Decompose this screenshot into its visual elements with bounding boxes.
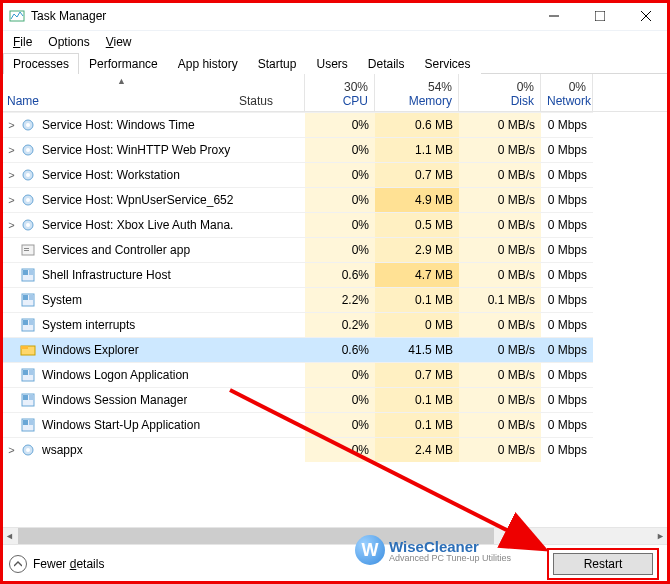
process-row[interactable]: >Service Host: WinHTTP Web Proxy ...0%1.… [1,137,669,162]
sys-icon [20,367,36,383]
svg-point-39 [26,448,30,452]
tab-startup[interactable]: Startup [248,53,307,74]
process-row[interactable]: >Service Host: Xbox Live Auth Mana...0%0… [1,212,669,237]
svg-rect-17 [24,250,29,251]
gear-icon [20,167,36,183]
minimize-button[interactable] [531,1,577,31]
expand-toggle[interactable]: > [5,119,18,131]
status-cell [233,362,305,387]
network-cell: 0 Mbps [541,412,593,437]
process-row[interactable]: >System interrupts0.2%0 MB0 MB/s0 Mbps [1,312,669,337]
name-cell: >wsappx [1,437,233,462]
name-cell: >System interrupts [1,312,233,337]
sys-icon [20,392,36,408]
process-name: Windows Start-Up Application [42,418,200,432]
svg-point-14 [26,223,30,227]
tab-users[interactable]: Users [306,53,357,74]
network-cell: 0 Mbps [541,312,593,337]
process-row[interactable]: >Service Host: WpnUserService_652070%4.9… [1,187,669,212]
svg-rect-25 [23,320,28,325]
name-cell: >Windows Logon Application [1,362,233,387]
scroll-thumb[interactable] [18,528,494,545]
process-name: System [42,293,82,307]
memory-cell: 0.5 MB [375,212,459,237]
network-cell: 0 Mbps [541,162,593,187]
name-cell: >System [1,287,233,312]
tab-processes[interactable]: Processes [3,53,79,74]
window-title: Task Manager [31,9,106,23]
disk-cell: 0 MB/s [459,137,541,162]
tab-details[interactable]: Details [358,53,415,74]
disk-cell: 0 MB/s [459,437,541,462]
scroll-right-button[interactable]: ► [652,528,669,545]
col-header-status[interactable]: Status [233,74,305,111]
process-row[interactable]: >Shell Infrastructure Host0.6%4.7 MB0 MB… [1,262,669,287]
scroll-left-button[interactable]: ◄ [1,528,18,545]
status-cell [233,137,305,162]
tab-performance[interactable]: Performance [79,53,168,74]
svg-point-12 [26,198,30,202]
disk-cell: 0 MB/s [459,112,541,137]
svg-point-10 [26,173,30,177]
network-cell: 0 Mbps [541,387,593,412]
process-row[interactable]: >Windows Logon Application0%0.7 MB0 MB/s… [1,362,669,387]
svg-point-8 [26,148,30,152]
process-name: Service Host: Windows Time [42,118,195,132]
tab-services[interactable]: Services [415,53,481,74]
process-name: Windows Explorer [42,343,139,357]
gear-icon [20,442,36,458]
tab-strip: Processes Performance App history Startu… [1,52,669,74]
col-header-disk[interactable]: 0%Disk [459,74,541,111]
menu-view[interactable]: View [98,33,140,51]
status-cell [233,437,305,462]
menu-options[interactable]: Options [40,33,97,51]
process-row[interactable]: >Services and Controller app0%2.9 MB0 MB… [1,237,669,262]
menu-file[interactable]: File [5,33,40,51]
memory-cell: 0.1 MB [375,412,459,437]
cpu-cell: 0% [305,137,375,162]
col-header-network[interactable]: 0%Network [541,74,593,111]
disk-cell: 0 MB/s [459,212,541,237]
expand-toggle[interactable]: > [5,194,18,206]
memory-cell: 0.7 MB [375,362,459,387]
expand-toggle[interactable]: > [5,219,18,231]
col-header-cpu[interactable]: 30%CPU [305,74,375,111]
process-row[interactable]: >Windows Explorer0.6%41.5 MB0 MB/s0 Mbps [1,337,669,362]
col-header-memory[interactable]: 54%Memory [375,74,459,111]
titlebar[interactable]: Task Manager [1,1,669,31]
network-cell: 0 Mbps [541,287,593,312]
fewer-details-button[interactable]: Fewer details [9,555,104,573]
process-row[interactable]: >System2.2%0.1 MB0.1 MB/s0 Mbps [1,287,669,312]
process-row[interactable]: >Service Host: Windows Time0%0.6 MB0 MB/… [1,112,669,137]
expand-toggle[interactable]: > [5,444,18,456]
name-cell: >Service Host: Workstation [1,162,233,187]
process-name: Shell Infrastructure Host [42,268,171,282]
name-cell: >Service Host: Xbox Live Auth Mana... [1,212,233,237]
expand-toggle[interactable]: > [5,169,18,181]
process-name: Service Host: WpnUserService_65207 [42,193,233,207]
process-name: wsappx [42,443,83,457]
process-row[interactable]: >wsappx0%2.4 MB0 MB/s0 Mbps [1,437,669,462]
sys-icon [20,417,36,433]
disk-cell: 0 MB/s [459,162,541,187]
expand-toggle[interactable]: > [5,144,18,156]
maximize-button[interactable] [577,1,623,31]
sys-icon [20,292,36,308]
name-cell: >Shell Infrastructure Host [1,262,233,287]
horizontal-scrollbar[interactable]: ◄ ► [1,527,669,544]
footer: Fewer details Restart [1,544,669,583]
scroll-track[interactable] [18,528,652,545]
close-button[interactable] [623,1,669,31]
svg-rect-20 [29,270,33,275]
status-cell [233,112,305,137]
status-cell [233,387,305,412]
process-row[interactable]: >Windows Start-Up Application0%0.1 MB0 M… [1,412,669,437]
restart-button[interactable]: Restart [553,553,653,575]
tab-app-history[interactable]: App history [168,53,248,74]
cpu-cell: 0% [305,112,375,137]
process-name: System interrupts [42,318,135,332]
process-row[interactable]: >Service Host: Workstation0%0.7 MB0 MB/s… [1,162,669,187]
cpu-cell: 0% [305,162,375,187]
process-row[interactable]: >Windows Session Manager0%0.1 MB0 MB/s0 … [1,387,669,412]
cpu-cell: 0% [305,187,375,212]
